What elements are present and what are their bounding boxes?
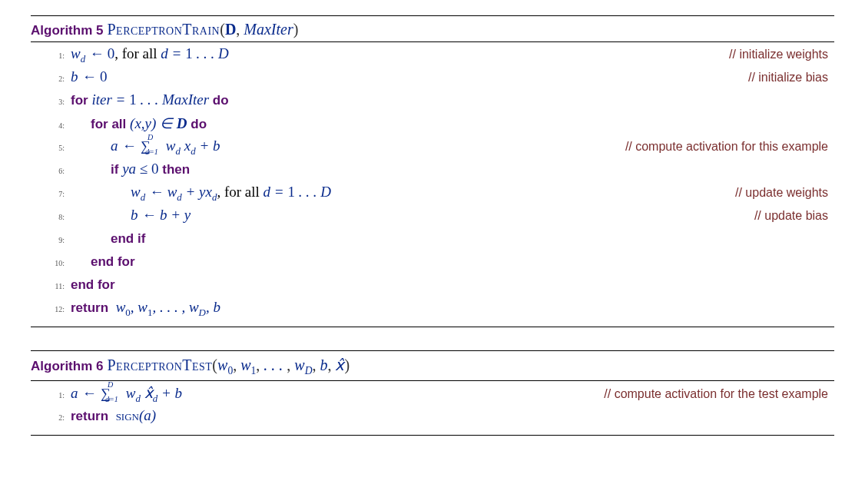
- algorithm-name: PerceptronTest: [107, 356, 212, 373]
- code-line: 3:for iter = 1 . . . MaxIter do: [31, 91, 834, 114]
- line-number: 7:: [31, 184, 71, 198]
- algorithm-block: Algorithm 6 PerceptronTest(w0, w1, . . .…: [31, 350, 834, 436]
- code-line: 2:b ← 0// initialize bias: [31, 68, 834, 91]
- line-number: 1:: [31, 45, 71, 60]
- code-line: 1:wd ← 0, for all d = 1 . . . D// initia…: [31, 45, 834, 68]
- line-number: 2:: [31, 407, 71, 422]
- line-number: 12:: [31, 299, 71, 313]
- code-content: wd ← 0, for all d = 1 . . . D: [71, 45, 729, 65]
- code-line: 9:end if: [31, 230, 834, 253]
- line-number: 11:: [31, 276, 71, 290]
- line-comment: // initialize weights: [729, 48, 834, 61]
- code-content: if ya ≤ 0 then: [71, 161, 834, 177]
- code-line: 10:end for: [31, 253, 834, 276]
- line-comment: // compute activation for the test examp…: [604, 387, 834, 401]
- code-content: for all (x,y) ∈ D do: [71, 114, 834, 132]
- code-line: 6:if ya ≤ 0 then: [31, 161, 834, 184]
- line-number: 9:: [31, 230, 71, 244]
- code-line: 1:a ← D∑d=1 wd x̂d + b// compute activat…: [31, 384, 834, 407]
- line-number: 8:: [31, 207, 71, 221]
- code-content: b ← 0: [71, 68, 748, 85]
- code-content: end for: [71, 253, 834, 270]
- code-content: wd ← wd + yxd, for all d = 1 . . . D: [71, 184, 735, 204]
- code-content: a ← D∑d=1 wd x̂d + b: [71, 384, 604, 405]
- code-content: a ← D∑d=1 wd xd + b: [71, 138, 625, 158]
- line-number: 1:: [31, 385, 71, 400]
- code-line: 2:return sign(a): [31, 407, 834, 430]
- code-line: 5:a ← D∑d=1 wd xd + b// compute activati…: [31, 138, 834, 161]
- code-content: return w0, w1, . . . , wD, b: [71, 299, 834, 319]
- code-content: end for: [71, 276, 834, 293]
- algorithm-block: Algorithm 5 PerceptronTrain(D, MaxIter)1…: [31, 15, 834, 327]
- algorithm-params: (w0, w1, . . . , wD, b, x̂): [212, 356, 350, 373]
- code-line: 12:return w0, w1, . . . , wD, b: [31, 299, 834, 322]
- code-content: return sign(a): [71, 407, 834, 424]
- line-number: 10:: [31, 253, 71, 267]
- code-content: b ← b + y: [71, 207, 754, 224]
- algorithm-keyword: Algorithm 5: [31, 23, 103, 38]
- code-content: end if: [71, 230, 834, 247]
- line-number: 5:: [31, 138, 71, 152]
- algorithm-header: Algorithm 5 PerceptronTrain(D, MaxIter): [31, 16, 834, 41]
- code-content: for iter = 1 . . . MaxIter do: [71, 91, 834, 108]
- line-number: 6:: [31, 161, 71, 175]
- line-number: 4:: [31, 115, 71, 130]
- line-comment: // update weights: [735, 186, 834, 200]
- algorithm-name: PerceptronTrain: [107, 21, 220, 38]
- code-line: 8:b ← b + y// update bias: [31, 207, 834, 230]
- algorithm-keyword: Algorithm 6: [31, 359, 103, 373]
- line-comment: // update bias: [754, 209, 834, 223]
- algorithm-body: 1:wd ← 0, for all d = 1 . . . D// initia…: [31, 42, 834, 327]
- algorithm-header: Algorithm 6 PerceptronTest(w0, w1, . . .…: [31, 351, 834, 380]
- line-number: 3:: [31, 91, 71, 106]
- algorithm-body: 1:a ← D∑d=1 wd x̂d + b// compute activat…: [31, 381, 834, 435]
- code-line: 11:end for: [31, 276, 834, 299]
- line-number: 2:: [31, 68, 71, 83]
- code-line: 7:wd ← wd + yxd, for all d = 1 . . . D//…: [31, 184, 834, 207]
- line-comment: // initialize bias: [748, 71, 834, 85]
- line-comment: // compute activation for this example: [625, 140, 834, 154]
- algorithm-params: (D, MaxIter): [220, 21, 298, 38]
